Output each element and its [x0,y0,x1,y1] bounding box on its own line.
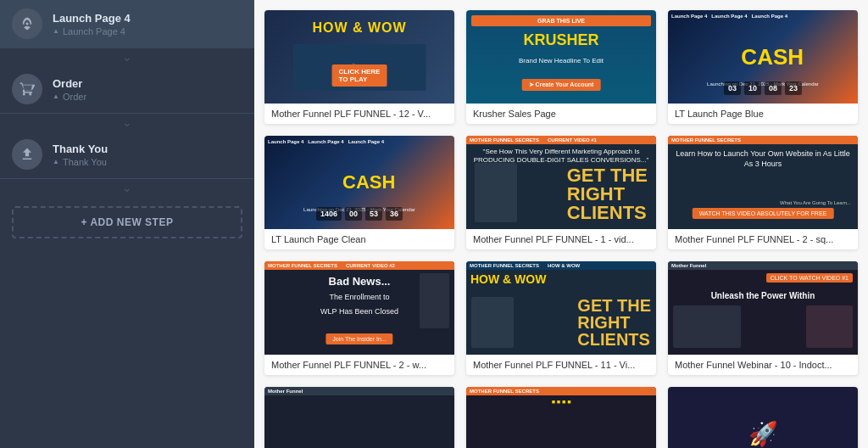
krusher-headline: KRUSHER [466,31,656,49]
count-4-4: 36 [386,207,403,221]
card-5[interactable]: MOTHER FUNNEL SECRETS CURRENT VIDEO #1 "… [466,136,656,249]
video-num: CLICK TO WATCH VIDEO #1 [766,273,853,283]
card-4[interactable]: Launch Page 4 Launch Page 4 Launch Page … [264,136,454,249]
count-4-2: 00 [345,207,362,221]
card-9[interactable]: Mother Funnel CLICK TO WATCH VIDEO #1 Un… [668,261,858,375]
person-2 [420,273,449,328]
card-thumb-10: Mother Funnel Watch The FREE Course Now! [264,387,454,448]
get-right-clients: GET THERIGHTCLIENTS [567,166,648,222]
sidebar-item-sub-order: Order [53,92,86,102]
card-label-8: Mother Funnel PLF FUNNEL - 11 - Vi... [466,355,656,375]
chevron-icon-3: ⌄ [122,181,132,194]
sidebar-item-text-launch-page-4: Launch Page 4 Launch Page 4 [53,12,131,36]
card-thumb-5: MOTHER FUNNEL SECRETS CURRENT VIDEO #1 "… [466,136,656,229]
sidebar-item-order[interactable]: Order Order [0,65,254,114]
card-label-3: LT Launch Page Blue [668,104,858,124]
card-1[interactable]: HOW & WOW ▶ CLICK HERETO PLAY Mother Fun… [264,10,454,124]
card-6[interactable]: MOTHER FUNNEL SECRETS Learn How to Launc… [668,136,858,249]
sq-btn: WATCH THIS VIDEO ABSOLUTELY FOR FREE [693,208,834,219]
count-4-3: 53 [365,207,382,221]
card-11[interactable]: MOTHER FUNNEL SECRETS ■ ■ ■ ■ [466,387,656,448]
sidebar: Launch Page 4 Launch Page 4 ⌄ Order Orde… [0,0,254,448]
sidebar-item-text-thank-you: Thank You Thank You [53,143,108,167]
rocket-thumb: 🚀 [748,420,778,448]
how-wow-8: HOW & WOW [470,273,546,286]
card-12[interactable]: 🚀 [668,387,858,448]
top-bar-8: MOTHER FUNNEL SECRETS HOW & WOW [466,261,656,270]
get-right-clients-8: GET THERIGHTCLIENTS [577,297,651,348]
brand-bar: GRAB THIS LIVE [471,15,651,26]
cash-text-4: CASH [342,173,395,192]
template-grid: HOW & WOW ▶ CLICK HERETO PLAY Mother Fun… [264,10,858,448]
card-thumb-8: MOTHER FUNNEL SECRETS HOW & WOW HOW & WO… [466,261,656,355]
nav-bar-4: Launch Page 4 Launch Page 4 Launch Page … [268,139,451,144]
card-thumb-2: GRAB THIS LIVE KRUSHER Brand New Headlin… [466,10,656,104]
sidebar-item-title-thank-you: Thank You [53,143,108,155]
main-content: HOW & WOW ▶ CLICK HERETO PLAY Mother Fun… [254,0,868,448]
sidebar-item-sub: Launch Page 4 [53,26,131,36]
img-thumb-9 [806,305,853,348]
krusher-sub: Brand New Headline To Edit [466,57,656,64]
sq-sub: What You Are Going To Learn... [780,200,851,205]
top-bar-9: Mother Funnel [668,261,858,270]
card-thumb-12: 🚀 [668,387,858,448]
top-bar-6: MOTHER FUNNEL SECRETS [668,136,858,144]
person-silhouette [475,163,517,222]
card-thumb-9: Mother Funnel CLICK TO WATCH VIDEO #1 Un… [668,261,858,355]
create-account-btn: ➤ Create Your Account [522,79,601,91]
card-label-9: Mother Funnel Webinar - 10 - Indoct... [668,355,858,375]
countdown: 03 10 08 23 [724,81,802,95]
count-1: 03 [724,81,741,95]
card-thumb-6: MOTHER FUNNEL SECRETS Learn How to Launc… [668,136,858,229]
count-2: 10 [744,81,761,95]
card-2[interactable]: GRAB THIS LIVE KRUSHER Brand New Headlin… [466,10,656,124]
click-btn: CLICK HERETO PLAY [332,64,387,87]
join-btn: Join The Insider In... [326,333,392,344]
card-3[interactable]: Launch Page 4 Launch Page 4 Launch Page … [668,10,858,124]
nav-bar: Launch Page 4 Launch Page 4 Launch Page … [671,14,854,19]
card-label-1: Mother Funnel PLF FUNNEL - 12 - V... [264,104,454,124]
count-3: 08 [765,81,782,95]
top-bar-10: Mother Funnel [264,387,454,395]
person-3 [471,297,514,348]
countdown-4: 1406 00 53 36 [316,207,403,221]
img-bar-11: ■ ■ ■ ■ [466,399,656,405]
sq-text: Learn How to Launch Your Own Website in … [668,149,858,169]
sidebar-item-text-order: Order Order [53,77,86,102]
nav-text: Launch Page 4 Launch Page 4 Launch Page … [671,14,787,19]
card-label-4: LT Launch Page Clean [264,229,454,249]
download-icon [12,139,42,170]
nav-text-4: Launch Page 4 Launch Page 4 Launch Page … [268,139,384,144]
count-4-1: 1406 [316,207,342,221]
sidebar-item-title-order: Order [53,77,86,90]
card-thumb-1: HOW & WOW ▶ CLICK HERETO PLAY [264,10,454,104]
sidebar-item-thank-you[interactable]: Thank You Thank You [0,131,254,179]
count-4: 23 [785,81,802,95]
card-thumb-3: Launch Page 4 Launch Page 4 Launch Page … [668,10,858,104]
video-thumb-9 [673,305,741,348]
top-bar-7: MOTHER FUNNEL SECRETS CURRENT VIDEO #2 [264,261,454,270]
card-10[interactable]: Mother Funnel Watch The FREE Course Now! [264,387,454,448]
chevron-icon: ⌄ [122,50,132,64]
card-8[interactable]: MOTHER FUNNEL SECRETS HOW & WOW HOW & WO… [466,261,656,375]
unleash-text: Unleash the Power Within [668,291,858,300]
cart-icon [12,74,42,104]
card-label-5: Mother Funnel PLF FUNNEL - 1 - vid... [466,229,656,249]
add-step-button[interactable]: + ADD NEW STEP [12,206,242,238]
card-thumb-4: Launch Page 4 Launch Page 4 Launch Page … [264,136,454,229]
card-thumb-7: MOTHER FUNNEL SECRETS CURRENT VIDEO #2 B… [264,261,454,355]
how-wow-text: HOW & WOW [264,20,454,36]
card-label-6: Mother Funnel PLF FUNNEL - 2 - sq... [668,229,858,249]
top-bar-5: MOTHER FUNNEL SECRETS CURRENT VIDEO #1 [466,136,656,144]
card-label-2: Krusher Sales Page [466,104,656,124]
top-bar-11: MOTHER FUNNEL SECRETS [466,387,656,395]
chevron-icon-2: ⌄ [122,115,132,129]
sidebar-item-title: Launch Page 4 [53,12,131,25]
cash-text-3: CASH [741,46,804,68]
rocket-icon [12,8,42,39]
card-7[interactable]: MOTHER FUNNEL SECRETS CURRENT VIDEO #2 B… [264,261,454,375]
sidebar-item-sub-thank-you: Thank You [53,157,108,167]
card-thumb-11: MOTHER FUNNEL SECRETS ■ ■ ■ ■ [466,387,656,448]
sidebar-item-launch-page-4[interactable]: Launch Page 4 Launch Page 4 [0,0,254,48]
card-label-7: Mother Funnel PLF FUNNEL - 2 - w... [264,355,454,375]
